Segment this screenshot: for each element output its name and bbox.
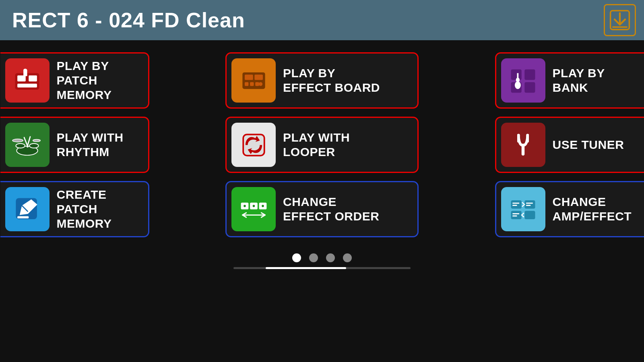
svg-rect-45 bbox=[512, 213, 519, 214]
card-use-tuner[interactable]: USE TUNER bbox=[495, 117, 644, 173]
svg-rect-39 bbox=[511, 200, 522, 209]
svg-rect-32 bbox=[17, 216, 29, 218]
svg-rect-10 bbox=[255, 82, 259, 86]
download-button[interactable] bbox=[604, 4, 636, 36]
grid-row-3: CREATE PATCH MEMORY bbox=[0, 181, 644, 237]
cell-play-looper: PLAY with LOOPER bbox=[215, 117, 429, 173]
svg-point-38 bbox=[262, 205, 264, 207]
svg-rect-18 bbox=[517, 73, 519, 82]
svg-point-23 bbox=[12, 139, 23, 142]
card-play-rhythm-text: PLAY with RHYTHM bbox=[57, 130, 124, 159]
card-create-patch-memory-text: CREATE PATCH MEMORY bbox=[57, 187, 148, 231]
card-play-effect-board[interactable]: PLAY by EFFECT BOARD bbox=[225, 52, 419, 109]
svg-rect-44 bbox=[512, 205, 517, 206]
cell-play-effect-board: PLAY by EFFECT BOARD bbox=[215, 52, 429, 109]
effectboard-icon bbox=[231, 58, 276, 103]
card-play-patch-memory[interactable]: PLAY by PATCH MEMORY bbox=[0, 52, 149, 109]
svg-rect-13 bbox=[524, 69, 535, 80]
scroll-bar bbox=[0, 267, 644, 269]
card-play-bank[interactable]: PLAY by BANK bbox=[495, 52, 644, 109]
cell-play-bank: PLAY by BANK bbox=[429, 52, 644, 109]
svg-rect-4 bbox=[17, 84, 37, 87]
tuner-icon bbox=[501, 123, 545, 167]
header: RECT 6 - 024 FD Clean bbox=[0, 0, 644, 40]
patch-icon bbox=[5, 58, 50, 103]
svg-point-22 bbox=[29, 143, 39, 148]
svg-point-37 bbox=[252, 205, 255, 207]
card-play-rhythm[interactable]: PLAY with RHYTHM bbox=[0, 117, 149, 173]
main-grid: PLAY by PATCH MEMORY bbox=[0, 40, 644, 245]
svg-rect-48 bbox=[526, 205, 530, 206]
pagination-dot-4[interactable] bbox=[343, 253, 352, 262]
svg-rect-43 bbox=[512, 202, 519, 204]
card-change-amp-effect-text: CHANGE AMP/EFFECT bbox=[553, 195, 632, 224]
looper-icon bbox=[231, 123, 276, 167]
svg-rect-47 bbox=[526, 202, 533, 204]
rhythm-icon bbox=[5, 123, 50, 167]
create-icon bbox=[5, 187, 50, 231]
card-create-patch-memory[interactable]: CREATE PATCH MEMORY bbox=[0, 181, 149, 237]
card-change-effect-order-text: CHANGE EFFECT ORDER bbox=[283, 195, 379, 224]
svg-point-11 bbox=[258, 82, 262, 86]
grid-row-2: PLAY with RHYTHM PLAY with bbox=[0, 117, 644, 173]
svg-rect-12 bbox=[511, 69, 522, 80]
svg-rect-46 bbox=[512, 215, 517, 216]
card-play-bank-text: PLAY by BANK bbox=[553, 66, 605, 95]
card-play-patch-memory-text: PLAY by PATCH MEMORY bbox=[57, 59, 148, 102]
pagination bbox=[0, 253, 644, 262]
svg-point-21 bbox=[16, 143, 25, 148]
svg-rect-15 bbox=[524, 82, 535, 93]
cell-play-patch-memory: PLAY by PATCH MEMORY bbox=[0, 52, 215, 109]
cell-create-patch-memory: CREATE PATCH MEMORY bbox=[0, 181, 215, 237]
svg-point-36 bbox=[244, 205, 246, 207]
card-play-looper-text: PLAY with LOOPER bbox=[283, 130, 350, 159]
ampeffect-icon bbox=[501, 187, 545, 231]
card-play-effect-board-text: PLAY by EFFECT BOARD bbox=[283, 66, 380, 95]
svg-rect-42 bbox=[524, 211, 535, 219]
svg-rect-41 bbox=[524, 200, 535, 209]
svg-rect-9 bbox=[250, 82, 254, 86]
cell-use-tuner: USE TUNER bbox=[429, 117, 644, 173]
svg-point-24 bbox=[33, 139, 41, 142]
svg-rect-40 bbox=[511, 211, 522, 219]
card-change-effect-order[interactable]: CHANGE EFFECT ORDER bbox=[225, 181, 419, 237]
pagination-dot-2[interactable] bbox=[309, 253, 318, 262]
svg-rect-3 bbox=[29, 75, 37, 81]
svg-rect-8 bbox=[245, 82, 248, 86]
scroll-track bbox=[233, 267, 411, 269]
grid-row-1: PLAY by PATCH MEMORY bbox=[0, 52, 644, 109]
svg-rect-2 bbox=[17, 75, 26, 81]
card-use-tuner-text: USE TUNER bbox=[553, 138, 624, 152]
card-play-looper[interactable]: PLAY with LOOPER bbox=[225, 117, 419, 173]
scroll-thumb bbox=[266, 267, 346, 269]
svg-rect-7 bbox=[254, 74, 263, 80]
bank-icon bbox=[501, 58, 545, 103]
header-title: RECT 6 - 024 FD Clean bbox=[12, 8, 245, 32]
svg-rect-6 bbox=[245, 74, 253, 80]
pagination-dot-3[interactable] bbox=[326, 253, 335, 262]
pagination-dot-1[interactable] bbox=[292, 253, 301, 262]
svg-point-16 bbox=[515, 81, 521, 89]
cell-play-rhythm: PLAY with RHYTHM bbox=[0, 117, 215, 173]
cell-change-effect-order: CHANGE EFFECT ORDER bbox=[215, 181, 429, 237]
effectorder-icon bbox=[231, 187, 276, 231]
cell-change-amp-effect: CHANGE AMP/EFFECT bbox=[429, 181, 644, 237]
card-change-amp-effect[interactable]: CHANGE AMP/EFFECT bbox=[495, 181, 644, 237]
